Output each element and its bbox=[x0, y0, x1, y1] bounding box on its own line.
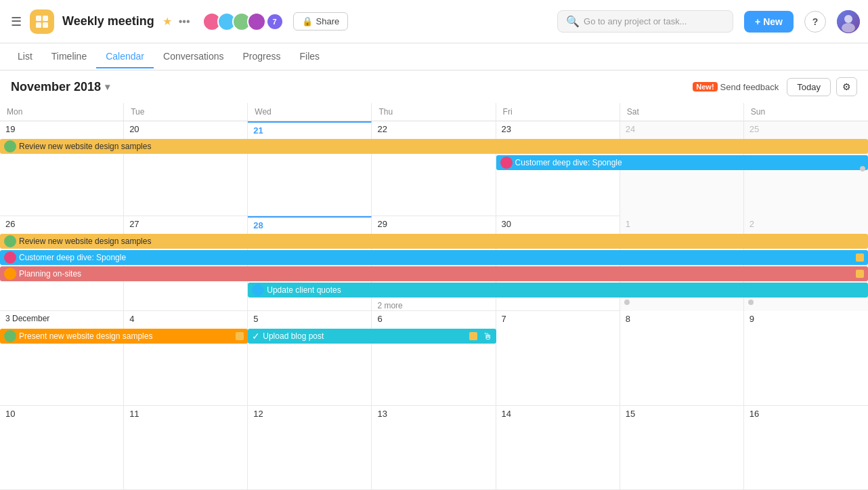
avatar-count: 7 bbox=[267, 14, 282, 29]
today-button[interactable]: Today bbox=[787, 78, 831, 96]
tab-files[interactable]: Files bbox=[290, 45, 330, 68]
cell-dec12[interactable]: 12 bbox=[248, 406, 372, 489]
hamburger-button[interactable]: ☰ bbox=[8, 12, 24, 32]
share-button[interactable]: 🔒 Share bbox=[293, 12, 349, 30]
avatar bbox=[247, 12, 266, 31]
event-planning-week2[interactable]: Planning on-sites bbox=[0, 266, 868, 281]
day-headers: Mon Tue Wed Thu Fri Sat Sun bbox=[0, 103, 868, 121]
search-placeholder: Go to any project or task... bbox=[584, 16, 687, 26]
cell-dec3[interactable]: 3 December bbox=[0, 311, 124, 406]
day-header-fri: Fri bbox=[496, 103, 620, 121]
event-avatar bbox=[4, 235, 16, 247]
cell-dec11[interactable]: 11 bbox=[124, 406, 248, 489]
completed-icon: ✓ bbox=[252, 331, 260, 342]
dot-sat bbox=[624, 300, 630, 305]
event-avatar bbox=[252, 284, 264, 296]
event-avatar bbox=[4, 268, 16, 280]
event-customer-week1[interactable]: Customer deep dive: Spongle bbox=[496, 155, 868, 170]
day-header-mon: Mon bbox=[0, 103, 124, 121]
task-indicator bbox=[856, 270, 864, 278]
event-review-week2[interactable]: Review new website design samples bbox=[0, 234, 868, 249]
weeks-container: 19 20 21 22 23 24 25 Review new website … bbox=[0, 121, 868, 490]
event-avatar bbox=[4, 251, 16, 264]
cell-dec16[interactable]: 16 bbox=[744, 406, 868, 489]
chevron-down-icon: ▾ bbox=[105, 81, 110, 92]
cell-nov22[interactable]: 22 bbox=[372, 121, 496, 216]
day-header-sat: Sat bbox=[620, 103, 744, 121]
svg-rect-3 bbox=[43, 22, 48, 28]
week-row-2: 26 27 28 29 30 1 2 Review new website de… bbox=[0, 216, 868, 311]
tab-conversations[interactable]: Conversations bbox=[154, 45, 234, 68]
help-button[interactable]: ? bbox=[804, 11, 826, 33]
tab-timeline[interactable]: Timeline bbox=[42, 45, 96, 68]
day-header-wed: Wed bbox=[248, 103, 372, 121]
header: ☰ Weekly meeting ★ ••• 7 🔒 Share 🔍 Go to… bbox=[0, 0, 868, 43]
cell-dec10[interactable]: 10 bbox=[0, 406, 124, 489]
calendar-view-icon: ⚙ bbox=[842, 81, 851, 92]
star-icon: ★ bbox=[162, 15, 172, 28]
event-upload-week3[interactable]: ✓ Upload blog post 🖱 bbox=[248, 329, 496, 344]
cell-dec9[interactable]: 9 bbox=[744, 311, 868, 406]
day-header-sun: Sun bbox=[744, 103, 868, 121]
event-update-week2[interactable]: Update client quotes bbox=[248, 283, 868, 298]
scroll-indicator bbox=[860, 166, 865, 171]
cell-nov19[interactable]: 19 bbox=[0, 121, 124, 216]
calendar-view-button[interactable]: ⚙ bbox=[836, 77, 857, 96]
event-avatar bbox=[4, 140, 16, 152]
task-indicator bbox=[469, 332, 477, 340]
cell-dec14[interactable]: 14 bbox=[496, 406, 620, 489]
more-events-link[interactable]: 2 more bbox=[372, 299, 496, 312]
task-indicator bbox=[236, 332, 244, 340]
svg-rect-1 bbox=[43, 16, 48, 21]
dot-sun bbox=[748, 300, 754, 305]
event-review-week1[interactable]: Review new website design samples bbox=[0, 139, 868, 154]
cell-nov21[interactable]: 21 bbox=[248, 121, 372, 216]
event-present-week3[interactable]: Present new website design samples bbox=[0, 329, 248, 344]
day-header-tue: Tue bbox=[124, 103, 248, 121]
event-avatar bbox=[4, 330, 16, 342]
avatar-group: 7 bbox=[202, 12, 282, 31]
svg-point-5 bbox=[844, 15, 852, 23]
cell-dec15[interactable]: 15 bbox=[620, 406, 744, 489]
new-badge: New! bbox=[693, 82, 717, 91]
svg-point-6 bbox=[842, 23, 855, 33]
cell-dec4[interactable]: 4 bbox=[124, 311, 248, 406]
cell-dec6[interactable]: 6 bbox=[372, 311, 496, 406]
event-customer-week2[interactable]: Customer deep dive: Spongle bbox=[0, 250, 868, 265]
user-avatar[interactable] bbox=[837, 10, 860, 33]
app-icon bbox=[30, 9, 54, 34]
more-options-button[interactable]: ••• bbox=[179, 16, 190, 28]
calendar-header: November 2018 ▾ New! Send feedback Today… bbox=[0, 70, 868, 103]
tab-calendar[interactable]: Calendar bbox=[96, 45, 154, 68]
task-indicator bbox=[856, 253, 864, 262]
week-row-1: 19 20 21 22 23 24 25 Review new website … bbox=[0, 121, 868, 216]
feedback-link[interactable]: Send feedback bbox=[720, 82, 779, 92]
search-bar[interactable]: 🔍 Go to any project or task... bbox=[557, 10, 733, 33]
plus-icon: + bbox=[755, 16, 760, 27]
cell-dec7[interactable]: 7 bbox=[496, 311, 620, 406]
cell-dec8[interactable]: 8 bbox=[620, 311, 744, 406]
new-button[interactable]: + Today New bbox=[744, 11, 794, 33]
week-row-4: 10 11 12 13 14 15 16 bbox=[0, 406, 868, 490]
cursor-icon: 🖱 bbox=[483, 331, 492, 342]
lock-icon: 🔒 bbox=[302, 16, 313, 26]
event-avatar bbox=[500, 157, 513, 169]
cell-dec5[interactable]: 5 bbox=[248, 311, 372, 406]
tab-list[interactable]: List bbox=[8, 45, 42, 68]
project-title: Weekly meeting bbox=[62, 14, 154, 28]
search-icon: 🔍 bbox=[566, 15, 580, 28]
calendar-grid: Mon Tue Wed Thu Fri Sat Sun 19 20 21 22 … bbox=[0, 103, 868, 490]
week-row-3: 3 December 4 5 6 7 8 9 Present new websi… bbox=[0, 311, 868, 406]
cell-dec13[interactable]: 13 bbox=[372, 406, 496, 489]
svg-rect-0 bbox=[36, 16, 41, 21]
svg-rect-2 bbox=[36, 22, 41, 28]
day-header-thu: Thu bbox=[372, 103, 496, 121]
month-title[interactable]: November 2018 ▾ bbox=[11, 80, 110, 94]
tab-progress[interactable]: Progress bbox=[234, 45, 290, 68]
cell-nov20[interactable]: 20 bbox=[124, 121, 248, 216]
